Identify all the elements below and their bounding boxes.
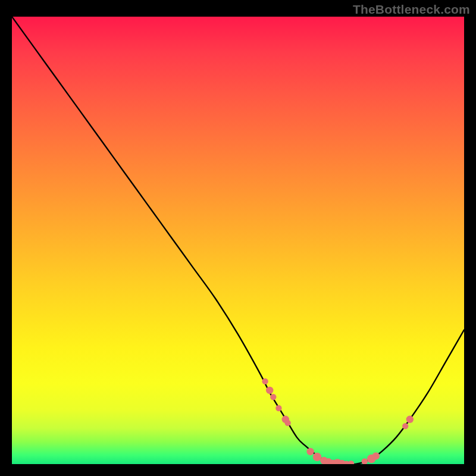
curve-markers [262,378,414,464]
curve-marker [270,394,276,400]
chart-frame: TheBottleneck.com [0,0,476,476]
watermark-text: TheBottleneck.com [353,2,470,17]
chart-svg [12,17,464,464]
curve-marker [402,423,408,429]
curve-marker [406,416,414,423]
bottleneck-curve [12,17,464,464]
curve-marker [275,405,281,411]
curve-marker [266,387,273,394]
curve-marker [306,448,314,455]
curve-marker [313,453,322,462]
curve-marker [362,458,368,464]
curve-marker [284,420,290,426]
curve-marker [348,461,354,464]
curve-marker [372,452,380,459]
curve-marker [262,378,268,384]
